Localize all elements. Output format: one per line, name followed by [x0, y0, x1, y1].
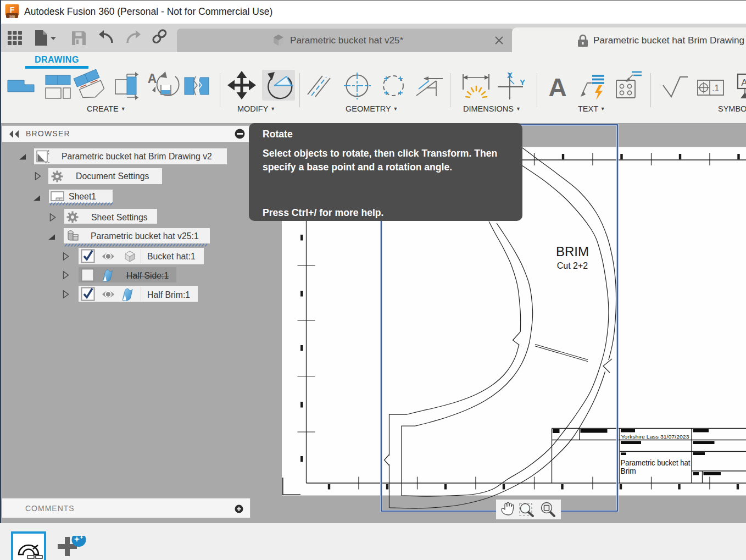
svg-text:360: 360	[9, 15, 15, 19]
svg-text:Parametric bucket hat: Parametric bucket hat	[621, 459, 691, 467]
svg-text:A: A	[148, 71, 157, 86]
svg-text:.1: .1	[712, 84, 719, 93]
svg-text:A: A	[548, 73, 566, 102]
svg-text:Yorkshire Lass 31/07/2023: Yorkshire Lass 31/07/2023	[621, 434, 689, 440]
svg-text:Cut 2+2: Cut 2+2	[557, 261, 588, 270]
svg-text:Brim: Brim	[621, 467, 636, 475]
svg-text:A: A	[741, 77, 746, 88]
svg-text:Y: Y	[520, 77, 525, 87]
svg-text:BRIM: BRIM	[556, 244, 589, 259]
svg-text:X: X	[507, 70, 513, 80]
svg-text:F: F	[10, 5, 15, 14]
